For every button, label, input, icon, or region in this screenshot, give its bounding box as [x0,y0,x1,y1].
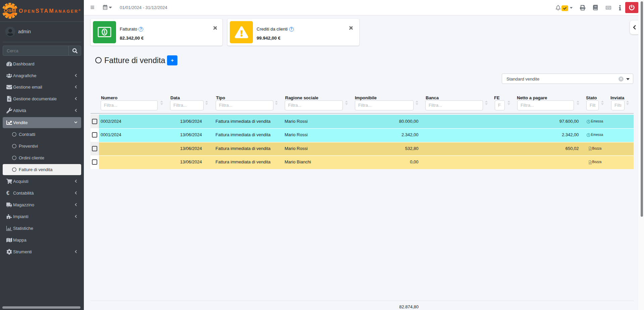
svg-text:1: 1 [103,29,106,35]
svg-text:OSM: OSM [4,8,16,13]
